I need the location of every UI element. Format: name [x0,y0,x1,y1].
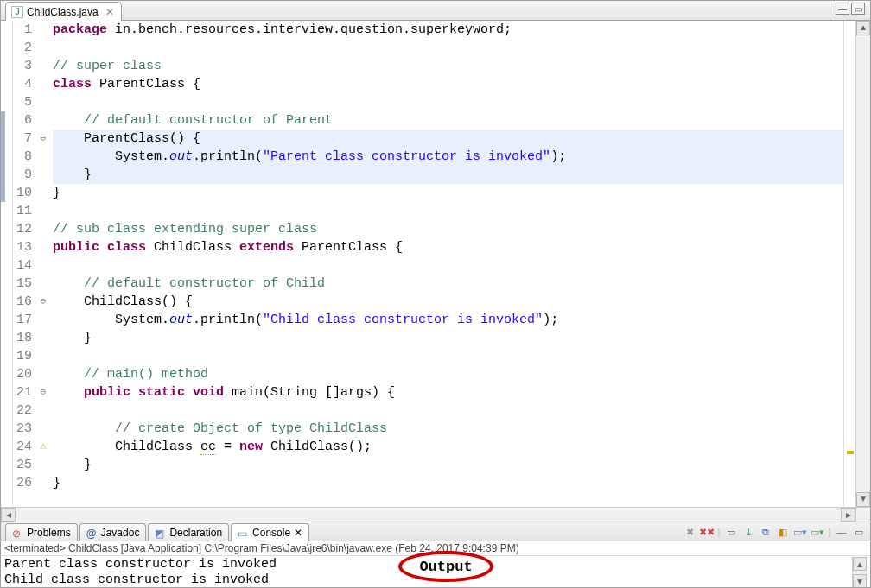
tab-declaration-label: Declaration [169,527,222,539]
close-icon[interactable]: ✕ [294,527,302,539]
folding-column: ⊖⊖⊖⚠ [37,21,49,507]
editor-tab-childclass[interactable]: J ChildClass.java ✕ [5,2,122,21]
scroll-up-icon[interactable]: ▴ [853,557,867,571]
console-vertical-scrollbar[interactable]: ▴ ▾ [852,557,867,588]
scroll-lock-icon[interactable]: ⤓ [741,524,756,540]
minimize-view-icon[interactable]: — [834,524,849,540]
horizontal-scrollbar[interactable]: ◂ ▸ [1,507,870,522]
open-console-icon[interactable]: ▭▾ [792,524,808,540]
line-number-column: 1234567891011121314151617181920212223242… [13,21,37,507]
declaration-icon [155,528,166,539]
console-output: Parent class constructor is invoked Chil… [4,557,852,588]
scroll-down-icon[interactable]: ▾ [856,492,870,507]
remove-all-icon[interactable]: ✖✖ [699,524,715,540]
maximize-button[interactable]: ▭ [851,3,865,15]
tab-declaration[interactable]: Declaration [148,523,229,541]
javadoc-icon [86,528,98,539]
remove-launch-icon[interactable]: ✖ [682,524,697,540]
clear-console-icon[interactable]: ▭ [723,524,739,540]
bottom-panel: Problems Javadoc Declaration Console ✕ ✖… [1,522,870,588]
display-selected-icon[interactable]: ◧ [775,524,791,540]
scroll-corner [855,508,870,522]
editor-tab-bar: J ChildClass.java ✕ — ▭ [1,1,870,21]
code-area[interactable]: 1234567891011121314151617181920212223242… [1,21,870,507]
editor-tab-label: ChildClass.java [27,6,99,18]
vertical-scrollbar[interactable]: ▴ ▾ [855,21,870,507]
problems-icon [12,528,23,539]
tab-problems[interactable]: Problems [5,523,78,541]
overview-ruler[interactable] [843,21,855,507]
marker-gutter [1,21,13,507]
console-icon [238,528,249,539]
java-file-icon: J [11,6,23,18]
tab-javadoc-label: Javadoc [101,527,140,539]
close-icon[interactable]: ✕ [105,6,114,18]
code-text[interactable]: package in.bench.resources.interview.que… [49,21,843,507]
console-body[interactable]: Parent class constructor is invoked Chil… [1,556,870,588]
minimize-button[interactable]: — [836,3,849,15]
scroll-left-icon[interactable]: ◂ [1,508,16,522]
maximize-view-icon[interactable]: ▭ [851,524,867,540]
console-status: <terminated> ChildClass [Java Applicatio… [1,541,870,556]
new-console-icon[interactable]: ▭▾ [810,524,825,540]
pin-console-icon[interactable]: ⧉ [758,524,773,540]
tab-console[interactable]: Console ✕ [231,523,309,541]
console-toolbar: ✖ ✖✖ | ▭ ⤓ ⧉ ◧ ▭▾ ▭▾ | — ▭ [682,524,867,540]
tab-javadoc[interactable]: Javadoc [79,523,147,541]
editor-panel: J ChildClass.java ✕ — ▭ 1234567891011121… [1,1,870,522]
scroll-up-icon[interactable]: ▴ [856,21,870,35]
separator: | [716,524,722,540]
scroll-track[interactable] [16,508,841,522]
scroll-down-icon[interactable]: ▾ [853,574,867,588]
tab-console-label: Console [252,527,290,539]
editor-window-controls: — ▭ [836,3,865,15]
scroll-right-icon[interactable]: ▸ [841,508,855,522]
bottom-tab-bar: Problems Javadoc Declaration Console ✕ ✖… [1,522,870,541]
tab-problems-label: Problems [27,527,71,539]
separator: | [827,524,832,540]
